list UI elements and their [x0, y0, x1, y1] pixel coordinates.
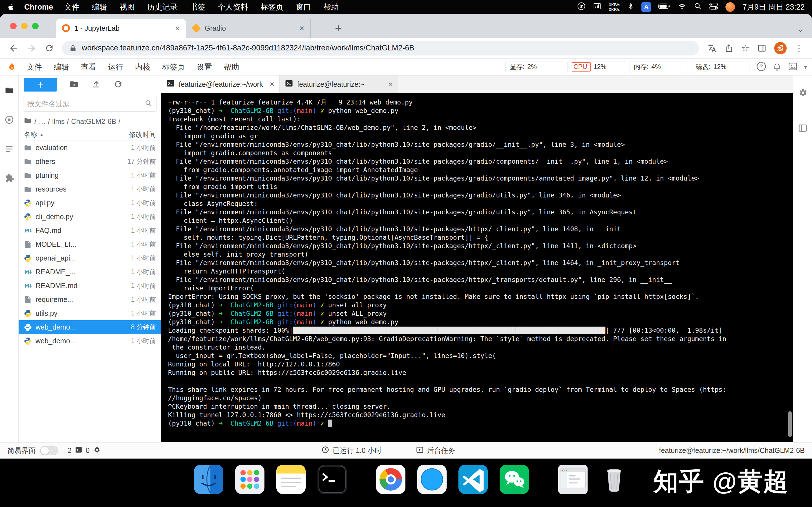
tab-close-icon[interactable]: × [175, 24, 180, 33]
terminal[interactable]: -rw-r--r-- 1 featurize featurize 4.4K 7月… [161, 93, 793, 442]
breadcrumb-item[interactable]: llms [52, 117, 64, 125]
profile-avatar[interactable]: 超 [774, 42, 786, 54]
featurize-logo-icon[interactable] [7, 62, 17, 72]
terminal-tab[interactable]: featurize@featurize:~× [280, 75, 398, 93]
file-row[interactable]: FAQ.md1 小时前 [18, 224, 161, 237]
site-security-lock-icon[interactable] [69, 45, 77, 52]
dock-terminal-icon[interactable] [317, 465, 347, 494]
running-sessions-tab-icon[interactable] [4, 115, 14, 126]
menubar-item[interactable]: 历史记录 [147, 2, 177, 12]
address-bar[interactable]: workspace.featurize.cn/489a867f-1a25-4f6… [62, 41, 699, 55]
jupyterlab-menu-item[interactable]: 标签页 [156, 62, 191, 72]
menubar-avatar[interactable] [725, 2, 735, 12]
dock-notes-icon[interactable] [276, 465, 306, 494]
column-header-modified[interactable]: 修改时间 [129, 130, 156, 139]
apple-menu-icon[interactable] [7, 3, 15, 11]
debugger-panel-icon[interactable] [798, 123, 808, 134]
file-row[interactable]: resources1 小时前 [18, 182, 161, 196]
help-icon[interactable]: ? [756, 61, 766, 73]
tab-close-icon[interactable]: × [299, 24, 304, 33]
net-speed-indicator[interactable]: 0KB/s 0KB/s [609, 2, 620, 12]
dock-finder-window-icon[interactable] [558, 465, 588, 494]
session-counts[interactable]: 2 0 [68, 446, 100, 455]
file-row[interactable]: MODEL_LI...1 小时前 [18, 237, 161, 251]
jupyterlab-menu-item[interactable]: 查看 [75, 62, 102, 72]
terminal-scrollbar-thumb[interactable] [788, 411, 792, 437]
browser-tab[interactable]: 1 - JupyterLab× [56, 18, 186, 38]
terminal-tab-close-icon[interactable]: × [388, 80, 393, 88]
terminal-tab[interactable]: featurize@featurize:~/work× [161, 75, 280, 93]
background-tasks[interactable]: 后台任务 [416, 443, 455, 459]
extensions-puzzle-tab-icon[interactable] [4, 173, 14, 184]
dock-wechat-icon[interactable] [500, 465, 529, 494]
table-of-contents-tab-icon[interactable] [4, 144, 14, 155]
dock-launchpad-icon[interactable] [235, 465, 264, 494]
dock-trash-icon[interactable] [599, 465, 629, 494]
browser-menu-kebab-icon[interactable]: ⋮ [795, 43, 804, 54]
file-row[interactable]: openai_api...1 小时前 [18, 251, 161, 265]
home-folder-icon[interactable] [24, 117, 32, 126]
menubar-clock[interactable]: 7月9日 周日 23:22 [742, 2, 805, 12]
menubar-item[interactable]: 窗口 [296, 2, 311, 12]
terminal-tab-close-icon[interactable]: × [270, 80, 274, 88]
menubar-item[interactable]: 编辑 [92, 2, 107, 12]
menubar-app-name[interactable]: Chrome [24, 3, 53, 11]
minimize-window-button[interactable] [21, 23, 28, 29]
menubar-item[interactable]: 个人资料 [218, 2, 248, 12]
file-row[interactable]: cli_demo.py1 小时前 [18, 210, 161, 224]
jupyterlab-menu-item[interactable]: 文件 [21, 62, 48, 72]
dock-chrome-icon[interactable] [376, 465, 405, 494]
browser-tab[interactable]: Gradio× [186, 18, 311, 38]
file-row[interactable]: web_demo...8 分钟前 [18, 320, 161, 334]
breadcrumb-item[interactable]: ChatGLM2-6B [71, 117, 116, 125]
column-header-name[interactable]: 名称 ▲ [24, 130, 44, 139]
file-row[interactable]: evaluation1 小时前 [18, 141, 161, 155]
tab-overview-chevron-icon[interactable]: ⌄ [797, 24, 804, 33]
new-folder-button[interactable] [69, 79, 79, 90]
file-browser-tab-icon[interactable] [4, 86, 14, 96]
screenshot-image-icon[interactable] [788, 61, 798, 73]
file-row[interactable]: README_...1 小时前 [18, 265, 161, 279]
simple-mode-toggle[interactable] [40, 446, 58, 455]
input-source-icon[interactable]: A [642, 2, 651, 12]
dock-safari-icon[interactable] [417, 465, 447, 494]
jupyterlab-menu-item[interactable]: 设置 [191, 62, 218, 72]
stats-monitor-icon[interactable] [593, 2, 601, 12]
spotlight-search-icon[interactable] [694, 2, 702, 12]
menubar-item[interactable]: 标签页 [260, 2, 283, 12]
jupyterlab-menu-item[interactable]: 内核 [129, 62, 156, 72]
battery-icon[interactable] [658, 3, 670, 11]
back-button[interactable] [8, 43, 18, 53]
forward-button[interactable] [27, 43, 37, 53]
new-launcher-button[interactable]: + [24, 78, 57, 92]
dock-vscode-icon[interactable] [458, 465, 488, 494]
wifi-icon[interactable] [677, 2, 687, 12]
zoom-window-button[interactable] [32, 23, 39, 29]
menubar-item[interactable]: 书签 [190, 2, 205, 12]
side-panel-icon[interactable] [757, 44, 766, 53]
reload-button[interactable] [45, 43, 54, 53]
menubar-item[interactable]: 文件 [64, 2, 80, 12]
file-row[interactable]: README.md1 小时前 [18, 279, 161, 293]
file-row[interactable]: others17 分钟前 [18, 155, 161, 168]
file-row[interactable]: ptuning1 小时前 [18, 168, 161, 182]
notifications-bell-icon[interactable] [772, 62, 781, 72]
jupyterlab-menu-item[interactable]: 运行 [102, 62, 129, 72]
dropdown-caret-icon[interactable]: ▾ [804, 64, 807, 70]
control-center-icon[interactable] [709, 3, 718, 12]
share-icon[interactable] [724, 44, 733, 53]
new-tab-button[interactable]: + [335, 22, 342, 34]
dock-finder-icon[interactable] [194, 465, 223, 494]
jupyterlab-menu-item[interactable]: 编辑 [48, 62, 75, 72]
file-row[interactable]: web_demo...1 小时前 [18, 334, 161, 348]
refresh-button[interactable] [113, 79, 123, 90]
menubar-item[interactable]: 视图 [119, 2, 135, 12]
bluetooth-icon[interactable] [627, 2, 634, 12]
file-row[interactable]: utils.py1 小时前 [18, 306, 161, 320]
close-window-button[interactable] [10, 23, 17, 29]
translate-icon[interactable] [707, 43, 716, 53]
breadcrumb-item[interactable]: … [39, 117, 46, 125]
jupyterlab-menu-item[interactable]: 帮助 [218, 62, 245, 72]
file-filter-input[interactable] [28, 100, 144, 108]
menubar-item[interactable]: 帮助 [323, 2, 339, 12]
